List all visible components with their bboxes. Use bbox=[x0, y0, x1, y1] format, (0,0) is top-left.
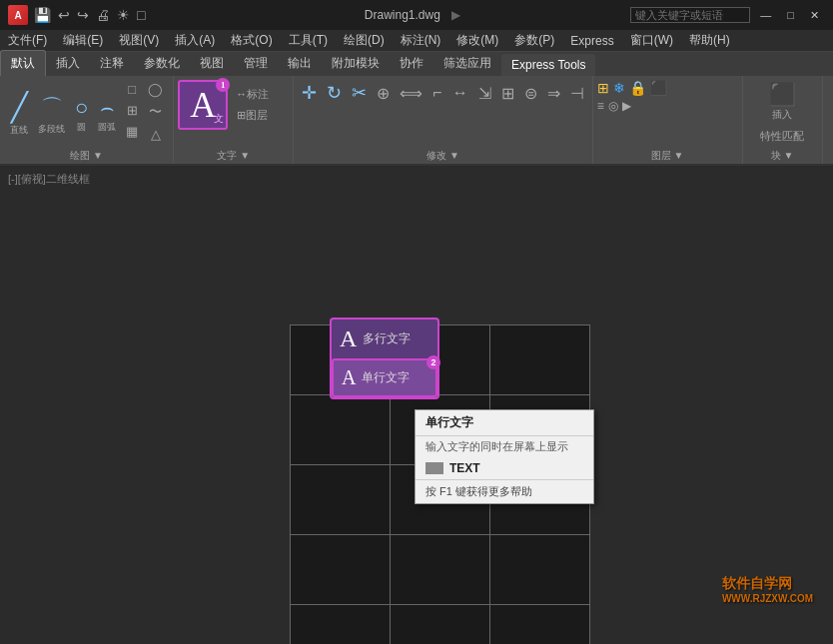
workspace-icon[interactable]: ☀ bbox=[115, 7, 132, 23]
hatch-btn[interactable]: ⊞ bbox=[122, 101, 142, 120]
multiline-text-option[interactable]: A 多行文字 bbox=[332, 320, 437, 358]
menu-format[interactable]: 格式(O) bbox=[223, 30, 280, 51]
search-bar bbox=[630, 7, 750, 23]
save-icon[interactable]: 💾 bbox=[32, 7, 53, 23]
arc-btn[interactable]: ⌢ 圆弧 bbox=[94, 80, 120, 148]
tab-insert[interactable]: 插入 bbox=[46, 51, 90, 76]
tab-parametric[interactable]: 参数化 bbox=[134, 51, 190, 76]
menu-modify[interactable]: 修改(M) bbox=[448, 30, 506, 51]
menu-edit[interactable]: 编辑(E) bbox=[55, 30, 111, 51]
layers-group-label[interactable]: 图层 ▼ bbox=[597, 148, 738, 164]
table-row bbox=[490, 535, 590, 605]
workspaces-icon[interactable]: □ bbox=[135, 7, 147, 23]
context-menu-command-label: TEXT bbox=[449, 461, 480, 475]
table-row bbox=[391, 605, 490, 645]
rect-btn[interactable]: □ bbox=[122, 80, 142, 99]
tab-view[interactable]: 视图 bbox=[190, 51, 234, 76]
tab-annotate[interactable]: 注释 bbox=[90, 51, 134, 76]
table-row bbox=[490, 325, 590, 395]
mirror-btn[interactable]: ⟺ bbox=[396, 80, 426, 106]
watermark-line2: WWW.RJZXW.COM bbox=[722, 593, 813, 604]
fillet-btn[interactable]: ⌐ bbox=[428, 80, 445, 106]
menu-view[interactable]: 视图(V) bbox=[111, 30, 167, 51]
multiline-text-label: 多行文字 bbox=[363, 330, 411, 347]
text-command-icon bbox=[425, 462, 443, 474]
circle-label: 圆 bbox=[77, 121, 86, 134]
draw-group-label[interactable]: 绘图 ▼ bbox=[6, 148, 167, 164]
menu-express[interactable]: Express bbox=[562, 32, 621, 50]
annotate-group-label[interactable]: 文字 ▼ bbox=[178, 148, 289, 164]
region-btn[interactable]: △ bbox=[144, 125, 167, 144]
stretch-btn[interactable]: ↔ bbox=[448, 80, 472, 106]
menu-bar: 文件(F) 编辑(E) 视图(V) 插入(A) 格式(O) 工具(T) 绘图(D… bbox=[0, 30, 833, 52]
maximize-btn[interactable]: □ bbox=[781, 7, 800, 23]
context-menu-title: 单行文字 bbox=[416, 410, 593, 436]
break-btn[interactable]: ⊣ bbox=[566, 80, 588, 106]
title-bar: A 💾 ↩ ↪ 🖨 ☀ □ Drawing1.dwg ▶ — □ ✕ bbox=[0, 0, 833, 30]
spline-btn[interactable]: 〜 bbox=[144, 101, 167, 123]
block-group-label[interactable]: 块 ▼ bbox=[747, 148, 818, 164]
arc-label: 圆弧 bbox=[98, 121, 116, 134]
menu-file[interactable]: 文件(F) bbox=[0, 30, 55, 51]
table-row bbox=[291, 535, 391, 605]
layers-group-content: ⊞ ❄ 🔒 ⬛ ≡ ◎ ▶ bbox=[597, 80, 738, 148]
extend-btn[interactable]: ⇒ bbox=[543, 80, 564, 106]
insert-btn[interactable]: ⬛ 插入 bbox=[765, 80, 800, 124]
table-row bbox=[291, 465, 391, 535]
trim-btn[interactable]: ✂ bbox=[348, 80, 371, 106]
offset-btn[interactable]: ⊜ bbox=[520, 80, 541, 106]
tab-collaborate[interactable]: 协作 bbox=[390, 51, 433, 76]
minimize-btn[interactable]: — bbox=[754, 7, 777, 23]
close-btn[interactable]: ✕ bbox=[804, 7, 825, 24]
array-btn[interactable]: ⊞ bbox=[497, 80, 518, 106]
circle-btn[interactable]: ○ 圆 bbox=[71, 80, 92, 148]
text-btn[interactable]: A 文 1 bbox=[178, 80, 228, 130]
text-icon: A bbox=[190, 84, 216, 126]
polyline-icon: ⌒ bbox=[41, 93, 63, 123]
text-dropdown: A 多行文字 A 单行文字 2 bbox=[330, 318, 439, 399]
app-icon[interactable]: A bbox=[8, 5, 28, 25]
ellipse-btn[interactable]: ◯ bbox=[144, 80, 167, 99]
text-subscript: 文 bbox=[214, 112, 224, 126]
layer-icon: ⊞ bbox=[597, 80, 609, 96]
menu-dimension[interactable]: 标注(N) bbox=[393, 30, 449, 51]
tab-filter[interactable]: 筛选应用 bbox=[433, 51, 501, 76]
copy-btn[interactable]: ⊕ bbox=[373, 80, 394, 106]
modify-group-content: ✛ ↻ ✂ ⊕ ⟺ ⌐ ↔ ⇲ ⊞ ⊜ ⇒ ⊣ bbox=[298, 80, 587, 148]
matchprop-btn[interactable]: 特性匹配 bbox=[756, 127, 808, 146]
undo-icon[interactable]: ↩ bbox=[56, 7, 72, 23]
tab-manage[interactable]: 管理 bbox=[234, 51, 278, 76]
title-bar-right: — □ ✕ bbox=[621, 7, 826, 24]
menu-help[interactable]: 帮助(H) bbox=[681, 30, 738, 51]
insert-label: 插入 bbox=[772, 108, 792, 122]
menu-insert[interactable]: 插入(A) bbox=[167, 30, 223, 51]
table-row bbox=[490, 605, 590, 645]
menu-tools[interactable]: 工具(T) bbox=[281, 30, 336, 51]
menu-params[interactable]: 参数(P) bbox=[506, 30, 562, 51]
scale-btn[interactable]: ⇲ bbox=[474, 80, 495, 106]
redo-icon[interactable]: ↪ bbox=[75, 7, 91, 23]
line-btn[interactable]: ╱ 直线 bbox=[6, 80, 32, 148]
rotate-btn[interactable]: ↻ bbox=[323, 80, 346, 106]
menu-draw[interactable]: 绘图(D) bbox=[336, 30, 393, 51]
gradient-btn[interactable]: ▦ bbox=[122, 122, 142, 141]
block-group: ⬛ 插入 特性匹配 块 ▼ bbox=[743, 76, 823, 164]
table-btn[interactable]: ⊞图层 bbox=[232, 106, 273, 125]
modify-group-label[interactable]: 修改 ▼ bbox=[298, 148, 587, 164]
tab-addons[interactable]: 附加模块 bbox=[322, 51, 390, 76]
tab-default[interactable]: 默认 bbox=[0, 50, 46, 76]
search-input[interactable] bbox=[630, 7, 750, 23]
polyline-btn[interactable]: ⌒ 多段线 bbox=[34, 80, 69, 148]
move-btn[interactable]: ✛ bbox=[298, 80, 321, 106]
tab-output[interactable]: 输出 bbox=[278, 51, 322, 76]
modify-group: ✛ ↻ ✂ ⊕ ⟺ ⌐ ↔ ⇲ ⊞ ⊜ ⇒ ⊣ 修改 ▼ bbox=[294, 76, 592, 164]
print-icon[interactable]: 🖨 bbox=[94, 7, 112, 23]
context-menu-text-command[interactable]: TEXT bbox=[416, 457, 593, 479]
dimension-btn[interactable]: ↔标注 bbox=[232, 85, 273, 104]
menu-window[interactable]: 窗口(W) bbox=[622, 30, 681, 51]
singleline-text-option[interactable]: A 单行文字 2 bbox=[332, 358, 437, 397]
layer-lock-icon: 🔒 bbox=[629, 80, 646, 96]
annotate-group-content: A 文 1 ↔标注 ⊞图层 bbox=[178, 80, 289, 148]
layer-isolate-icon: ◎ bbox=[608, 99, 618, 113]
tab-express-tools[interactable]: Express Tools bbox=[501, 54, 595, 76]
